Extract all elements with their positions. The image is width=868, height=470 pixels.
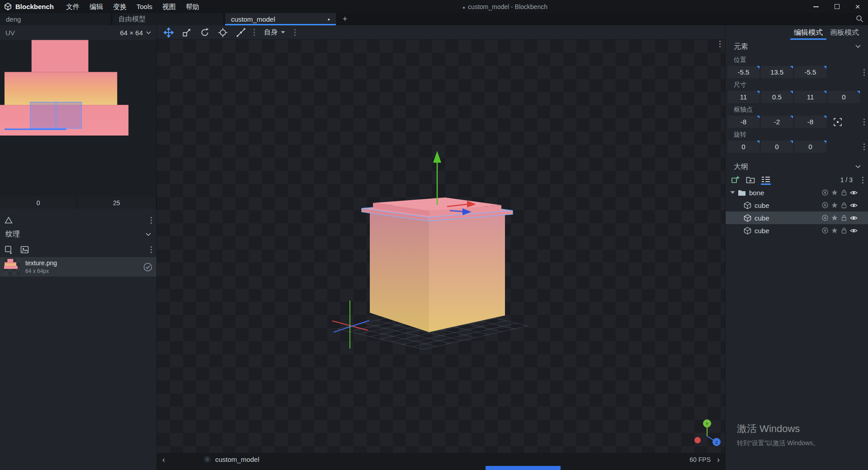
texture-section-header[interactable]: 纹理	[0, 228, 156, 240]
pivot-tool-icon[interactable]	[217, 27, 228, 38]
visibility-icon[interactable]	[850, 228, 858, 234]
rotation-y-input[interactable]: 0	[761, 141, 793, 153]
chevron-down-icon	[146, 233, 151, 236]
tab-custom-model[interactable]: custom_model ●	[225, 13, 336, 25]
close-button[interactable]: ×	[847, 0, 868, 13]
vertex-snap-tool-icon[interactable]	[236, 27, 246, 38]
chevron-left-icon[interactable]: ‹	[162, 456, 165, 464]
fps-counter: 60 FPS	[689, 456, 711, 463]
toolbar-menu-icon[interactable]	[254, 32, 255, 33]
visibility-icon[interactable]	[850, 190, 858, 196]
rotation-menu-icon[interactable]	[863, 146, 865, 147]
uv-y-input[interactable]: 25	[77, 197, 157, 209]
viewport-3d[interactable]: Y Z	[157, 40, 725, 453]
triangle-icon[interactable]	[5, 216, 13, 224]
outliner-menu-icon[interactable]	[862, 179, 863, 181]
move-tool-icon[interactable]	[163, 27, 174, 38]
rotation-row: 0 0 0	[726, 141, 868, 153]
uv-size-dropdown[interactable]: 64 × 64	[120, 29, 151, 37]
import-texture-icon[interactable]	[5, 245, 13, 254]
menu-tools[interactable]: Tools	[132, 0, 157, 13]
position-y-input[interactable]: 13.5	[761, 66, 793, 78]
add-group-icon[interactable]	[746, 175, 755, 184]
rotate-tool-icon[interactable]	[199, 27, 210, 38]
transform-space-dropdown[interactable]: 自身	[262, 27, 287, 38]
lock-icon[interactable]	[840, 214, 848, 221]
size-y-input[interactable]: 0.5	[761, 91, 793, 103]
remove-icon[interactable]	[821, 214, 829, 221]
pivot-y-input[interactable]: -2	[761, 116, 793, 128]
outliner-section-header[interactable]: 大纲	[726, 160, 868, 174]
tab-edit-mode[interactable]: 编辑模式	[790, 25, 826, 40]
star-icon[interactable]	[831, 227, 838, 234]
model-icon	[203, 456, 211, 463]
texture-assigned-check-icon[interactable]	[143, 263, 152, 272]
star-icon[interactable]	[831, 189, 838, 196]
lock-icon[interactable]	[840, 227, 848, 234]
visibility-icon[interactable]	[850, 202, 858, 208]
viewport-3d-scene[interactable]: Y Z	[157, 40, 725, 453]
gizmo-y-arrow[interactable]	[433, 151, 441, 205]
size-x-input[interactable]: 11	[727, 91, 760, 103]
create-texture-icon[interactable]	[20, 245, 29, 254]
menu-help[interactable]: 帮助	[181, 0, 204, 13]
svg-text:Z: Z	[715, 440, 718, 445]
element-section-header[interactable]: 元素	[726, 40, 868, 53]
resize-tool-icon[interactable]	[181, 27, 192, 38]
center-pivot-icon[interactable]	[831, 116, 844, 128]
position-z-input[interactable]: -5.5	[794, 66, 826, 78]
title-bar: Blockbench 文件 编辑 变换 Tools 视图 帮助 ●custom_…	[0, 0, 868, 13]
panel-menu-icon[interactable]	[151, 220, 152, 221]
outliner-item-cube-2-selected[interactable]: cube	[726, 212, 868, 224]
star-icon[interactable]	[831, 202, 838, 209]
menu-edit[interactable]: 编辑	[85, 0, 108, 13]
star-icon[interactable]	[831, 214, 838, 221]
cube-icon	[744, 214, 751, 222]
pivot-z-input[interactable]: -8	[794, 116, 826, 128]
position-label: 位置	[726, 53, 868, 66]
blockbench-logo-icon	[4, 3, 12, 10]
remove-icon[interactable]	[821, 202, 829, 209]
pivot-x-input[interactable]: -8	[727, 116, 760, 128]
maximize-button[interactable]	[826, 0, 847, 13]
search-icon[interactable]	[856, 15, 863, 23]
outliner-item-cube-1[interactable]: cube	[726, 199, 868, 212]
uv-editor-canvas[interactable]	[0, 40, 156, 197]
model-cube-body[interactable]	[370, 212, 505, 332]
texture-list-item[interactable]: texture.png 64 x 64px	[0, 257, 156, 277]
menu-view[interactable]: 视图	[157, 0, 181, 13]
minimize-button[interactable]	[806, 0, 826, 13]
status-model[interactable]: custom_model	[203, 456, 259, 463]
position-x-input[interactable]: -5.5	[727, 66, 760, 78]
menu-file[interactable]: 文件	[61, 0, 85, 13]
position-menu-icon[interactable]	[863, 71, 865, 73]
view-navigation-gizmo[interactable]: Y Z	[694, 419, 721, 446]
size-inflate-input[interactable]: 0	[828, 91, 860, 103]
chevron-right-icon[interactable]: ›	[717, 456, 720, 464]
remove-icon[interactable]	[821, 227, 829, 234]
lock-icon[interactable]	[840, 189, 848, 196]
tab-deng[interactable]: deng	[0, 13, 111, 25]
watermark-title: 激活 Windows	[737, 422, 819, 436]
visibility-icon[interactable]	[850, 215, 858, 221]
outliner-view-toggle-icon[interactable]	[761, 175, 771, 185]
outliner-item-cube-3[interactable]: cube	[726, 224, 868, 237]
lock-icon[interactable]	[840, 202, 848, 209]
remove-icon[interactable]	[821, 189, 829, 196]
uv-coordinate-inputs: 0 25	[0, 197, 156, 209]
tab-free-model[interactable]: 自由模型	[113, 13, 223, 25]
outliner-item-bone[interactable]: bone	[726, 186, 868, 199]
tab-paint-mode[interactable]: 画板模式	[826, 25, 863, 40]
toolbar-config-icon[interactable]	[294, 32, 296, 33]
viewport-menu-icon[interactable]	[719, 43, 721, 45]
new-tab-button[interactable]: +	[338, 13, 352, 25]
texture-menu-icon[interactable]	[151, 249, 152, 250]
menu-transform[interactable]: 变换	[108, 0, 132, 13]
add-cube-icon[interactable]	[731, 175, 740, 184]
size-z-input[interactable]: 11	[794, 91, 826, 103]
uv-x-input[interactable]: 0	[0, 197, 77, 209]
pivot-menu-icon[interactable]	[863, 121, 865, 122]
rotation-z-input[interactable]: 0	[794, 141, 826, 153]
chevron-expanded-icon[interactable]	[730, 191, 735, 194]
rotation-x-input[interactable]: 0	[727, 141, 760, 153]
